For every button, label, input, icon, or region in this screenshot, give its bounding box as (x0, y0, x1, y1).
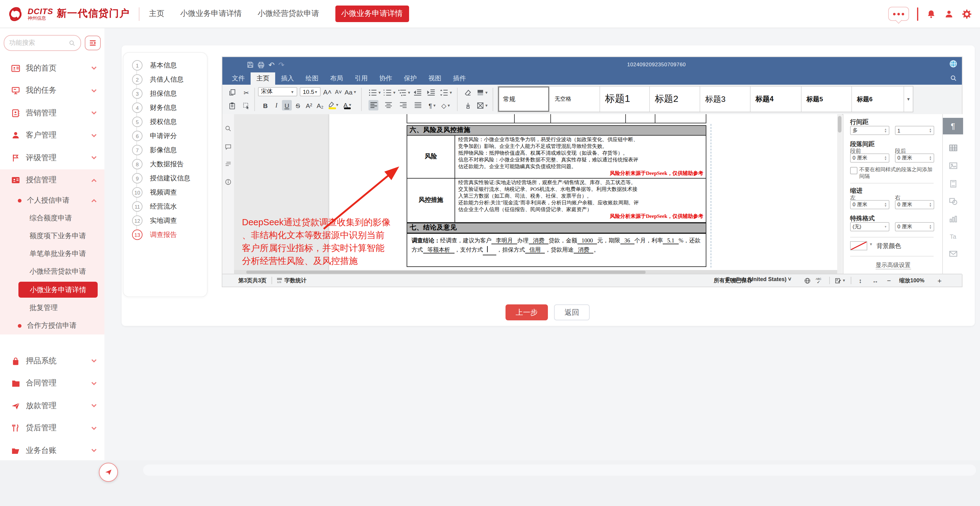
back-button[interactable]: 返回 (554, 305, 590, 320)
step-field-survey[interactable]: 12实地调查 (132, 214, 177, 228)
bold-icon[interactable]: B (261, 100, 270, 111)
bell-icon[interactable] (926, 9, 936, 19)
spell-globe-icon[interactable] (804, 274, 811, 287)
numbered-list-icon[interactable]: ▼ (383, 87, 396, 98)
increase-indent-icon[interactable] (426, 87, 436, 98)
sidebar-item-contracts[interactable]: 合同管理 (0, 372, 104, 395)
zoom-out-icon[interactable]: − (887, 274, 891, 287)
tab-micro-detail-1[interactable]: 小微业务申请详情 (180, 9, 242, 19)
style-heading3[interactable]: 标题3 (700, 87, 751, 112)
special-format-select[interactable]: (无)▼ (850, 222, 889, 232)
style-heading2[interactable]: 标题2 (650, 87, 700, 112)
user-icon[interactable] (944, 9, 954, 19)
sidebar-toggle-button[interactable] (85, 36, 101, 50)
redo-icon[interactable]: ↷ (278, 61, 285, 68)
step-credit-suggestion[interactable]: 9授信建议信息 (132, 171, 191, 186)
risk-table-row[interactable]: 风险 经营风险：小微企业市场竞争力弱，易受行业波动（如政策变化、供应链中断、 竞… (407, 135, 706, 178)
word-count-button[interactable]: 123 字数统计 (277, 274, 307, 287)
tab-micro-detail-active[interactable]: 小微业务申请详情 (335, 6, 409, 22)
style-gallery-expand-icon[interactable]: ▼ (904, 87, 913, 112)
swatch-expand-icon[interactable]: ▼ (869, 243, 873, 246)
gear-icon[interactable] (962, 9, 971, 19)
sidebar-item-my-home[interactable]: 我的首页 (0, 57, 104, 79)
menu-plugins[interactable]: 插件 (447, 72, 472, 85)
shrink-font-icon[interactable]: A˅ (334, 87, 344, 97)
copy-icon[interactable] (227, 87, 237, 98)
previous-step-button[interactable]: 上一步 (506, 305, 548, 320)
page-color-icon[interactable]: ▼ (477, 87, 488, 98)
menu-home[interactable]: 主页 (251, 72, 275, 85)
menu-insert[interactable]: 插入 (275, 72, 300, 85)
mail-merge-panel-icon[interactable] (943, 247, 963, 260)
underline-icon[interactable]: U (282, 100, 292, 111)
strikethrough-icon[interactable]: S (293, 100, 303, 111)
fit-page-icon[interactable]: ↕ (859, 274, 862, 287)
style-heading6[interactable]: 标题6 (852, 87, 904, 112)
step-scoring[interactable]: 6申请评分 (132, 129, 177, 143)
page-panel-icon[interactable] (943, 177, 963, 190)
vertical-scrollbar[interactable] (837, 114, 842, 274)
sidebar-item-collateral[interactable]: 押品系统 (0, 350, 104, 372)
info-icon[interactable] (224, 178, 232, 186)
step-survey-report[interactable]: 13调查报告 (132, 228, 177, 242)
spacing-after-input[interactable]: 0 厘米▲▼ (895, 154, 934, 163)
menu-file[interactable]: 文件 (226, 72, 251, 85)
save-icon[interactable] (247, 61, 254, 68)
step-basic-info[interactable]: 1基本信息 (132, 58, 177, 72)
superscript-icon[interactable]: A² (304, 100, 314, 111)
zoom-level[interactable]: 缩放100% (899, 274, 924, 287)
menu-protect[interactable]: 保护 (398, 72, 423, 85)
multilevel-list-icon[interactable]: ▼ (398, 87, 411, 98)
tab-micro-loan-apply[interactable]: 小微经营贷款申请 (258, 9, 319, 19)
zoom-in-icon[interactable]: ＋ (936, 274, 943, 287)
style-heading4[interactable]: 标题4 (751, 87, 802, 112)
italic-icon[interactable]: I (272, 100, 281, 111)
highlight-color-icon[interactable]: ▼ (328, 100, 339, 110)
justify-icon[interactable] (413, 100, 423, 111)
editor-search-icon[interactable] (950, 75, 957, 82)
sidebar-item-single-batch[interactable]: 单笔单批业务申请 (0, 245, 104, 263)
sidebar-item-marketing[interactable]: 营销管理 (0, 102, 104, 124)
sidebar-item-micro-loan-apply[interactable]: 小微经营贷款申请 (0, 263, 104, 281)
sidebar-item-post-loan[interactable]: 贷后管理 (0, 417, 104, 439)
step-co-borrower[interactable]: 2共借人信息 (132, 72, 184, 87)
align-center-icon[interactable] (383, 100, 393, 111)
sidebar-item-quota-business[interactable]: 额度项下业务申请 (0, 227, 104, 245)
spellcheck-icon[interactable]: ABC✓ (816, 274, 821, 287)
globe-icon[interactable] (949, 60, 958, 68)
same-style-checkbox[interactable] (850, 167, 858, 174)
format-painter-icon[interactable] (463, 100, 473, 111)
footer-scrollbar[interactable] (143, 465, 976, 476)
sidebar-item-customers[interactable]: 客户管理 (0, 124, 104, 147)
search-input[interactable]: 功能搜索 (4, 35, 81, 51)
logo[interactable]: DCITS 神州信息 新一代信贷门户 (6, 6, 130, 21)
tab-home[interactable]: 主页 (149, 9, 164, 19)
line-spacing-count-input[interactable]: 1▲▼ (895, 126, 934, 135)
menu-draw[interactable]: 绘图 (300, 72, 324, 85)
headings-icon[interactable] (224, 160, 232, 168)
paste-icon[interactable] (227, 101, 237, 111)
shading-icon[interactable]: ◇▼ (441, 100, 451, 111)
special-format-by-input[interactable]: 0 厘米▲▼ (895, 222, 934, 232)
step-guarantee[interactable]: 3担保信息 (132, 87, 177, 101)
sidebar-collapse-fab[interactable] (99, 463, 118, 482)
shape-panel-icon[interactable] (943, 195, 963, 208)
step-imaging[interactable]: 7影像信息 (132, 143, 177, 157)
sidebar-item-disbursement[interactable]: 放款管理 (0, 395, 104, 417)
sidebar-item-rating[interactable]: 评级管理 (0, 147, 104, 169)
fit-width-icon[interactable]: ↔ (872, 274, 878, 287)
chart-panel-icon[interactable] (943, 213, 963, 226)
font-color-icon[interactable]: A ▼ (343, 100, 353, 110)
spacing-before-input[interactable]: 0 厘米▲▼ (850, 154, 889, 163)
step-financial[interactable]: 4财务信息 (132, 101, 177, 115)
advanced-settings-link[interactable]: 显示高级设置 (843, 262, 943, 270)
image-panel-icon[interactable] (943, 159, 963, 173)
comments-icon[interactable] (224, 143, 232, 151)
paragraph-panel-icon[interactable]: ¶ (943, 118, 963, 135)
sidebar-item-partner-credit[interactable]: 合作方授信申请 (0, 317, 104, 335)
align-right-icon[interactable] (398, 100, 408, 111)
print-icon[interactable] (257, 61, 265, 68)
align-left-icon[interactable] (369, 100, 379, 111)
change-case-icon[interactable]: Aa▼ (345, 87, 357, 97)
font-name-select[interactable]: 宋体▼ (258, 87, 297, 96)
